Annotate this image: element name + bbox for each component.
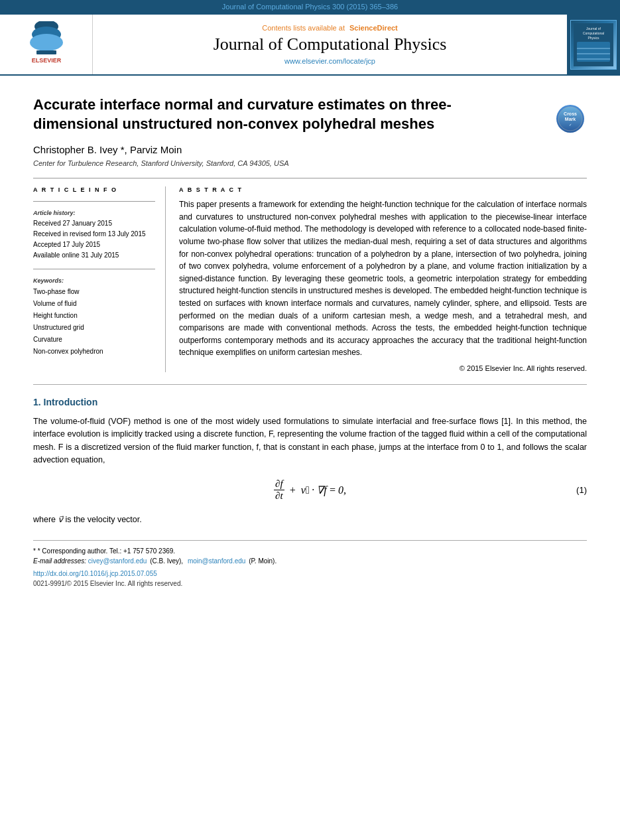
doi-link[interactable]: http://dx.doi.org/10.1016/j.jcp.2015.07.…	[33, 570, 157, 577]
science-direct-link[interactable]: ScienceDirect	[349, 24, 398, 32]
article-title: Accurate interface normal and curvature …	[33, 96, 497, 133]
affiliation-line: Center for Turbulence Research, Stanford…	[33, 159, 587, 167]
fraction-df-dt: ∂f ∂t	[274, 478, 284, 502]
keyword-4: Unstructured grid	[33, 322, 155, 334]
keywords-label: Keywords:	[33, 277, 155, 284]
main-content: Cross Mark ✓ Accurate interface normal a…	[0, 76, 620, 600]
keyword-3: Height function	[33, 310, 155, 322]
keywords-list: Two-phase flow Volume of fluid Height fu…	[33, 286, 155, 358]
elsevier-logo-area: ELSEVIER	[0, 15, 93, 74]
footnote-corresponding: * * Corresponding author. Tel.: +1 757 5…	[33, 546, 587, 556]
email-label-1: (C.B. Ivey),	[150, 557, 183, 565]
journal-main-title: Journal of Computational Physics	[106, 35, 554, 54]
journal-url[interactable]: www.elsevier.com/locate/jcp	[106, 57, 554, 65]
divider-body	[33, 384, 587, 385]
title-area: Cross Mark ✓ Accurate interface normal a…	[33, 96, 587, 133]
abstract-column: A B S T R A C T This paper presents a fr…	[179, 186, 587, 372]
svg-text:Journal of: Journal of	[586, 27, 601, 31]
article-info-abstract: A R T I C L E I N F O Article history: R…	[33, 186, 587, 372]
intro-paragraph-1: The volume-of-fluid (VOF) method is one …	[33, 415, 587, 467]
keyword-6: Non-convex polyhedron	[33, 346, 155, 358]
divider-keywords	[33, 269, 155, 269]
journal-header: ELSEVIER Contents lists available at Sci…	[0, 13, 620, 76]
journal-title-area: Contents lists available at ScienceDirec…	[93, 15, 567, 74]
keyword-1: Two-phase flow	[33, 286, 155, 298]
journal-top-bar: Journal of Computational Physics 300 (20…	[0, 0, 620, 13]
email-link-1[interactable]: civey@stanford.edu	[88, 557, 147, 565]
equation-1-number: (1)	[576, 485, 587, 495]
svg-text:✓: ✓	[569, 123, 572, 127]
svg-text:Computational: Computational	[583, 31, 604, 35]
svg-text:Mark: Mark	[565, 117, 576, 121]
article-info-column: A R T I C L E I N F O Article history: R…	[33, 186, 166, 372]
equation-1-block: ∂f ∂t + v⃗ · ∇f = 0, (1)	[33, 478, 587, 502]
svg-text:Cross: Cross	[564, 111, 577, 116]
available-date: Available online 31 July 2015	[33, 250, 155, 261]
svg-text:Physics: Physics	[588, 36, 599, 40]
article-info-heading: A R T I C L E I N F O	[33, 186, 155, 193]
accepted-date: Accepted 17 July 2015	[33, 240, 155, 250]
footer-section: * * Corresponding author. Tel.: +1 757 5…	[33, 540, 587, 587]
keyword-2: Volume of fluid	[33, 298, 155, 310]
abstract-heading: A B S T R A C T	[179, 186, 587, 193]
divider-info	[33, 201, 155, 202]
keywords-section: Keywords: Two-phase flow Volume of fluid…	[33, 277, 155, 358]
equation-1-content: ∂f ∂t + v⃗ · ∇f = 0,	[274, 478, 346, 502]
svg-point-3	[30, 34, 63, 51]
abstract-text: This paper presents a framework for exte…	[179, 198, 587, 359]
received-date: Received 27 January 2015	[33, 218, 155, 229]
intro-paragraph-2: where v⃗ is the velocity vector.	[33, 514, 587, 526]
crossmark-area[interactable]: Cross Mark ✓	[554, 102, 587, 135]
section-1-title: 1. Introduction	[33, 397, 587, 407]
copyright-line: © 2015 Elsevier Inc. All rights reserved…	[179, 364, 587, 372]
journal-thumbnail: Journal of Computational Physics	[570, 20, 617, 70]
svg-text:ELSEVIER: ELSEVIER	[31, 57, 61, 64]
footer-copyright: 0021-9991/© 2015 Elsevier Inc. All right…	[33, 580, 587, 587]
received-revised-date: Received in revised form 13 July 2015	[33, 229, 155, 240]
article-history: Article history: Received 27 January 201…	[33, 210, 155, 261]
email-label-2: (P. Moin).	[249, 557, 277, 565]
author-names: Christopher B. Ivey *, Parviz Moin	[33, 144, 182, 155]
history-label: Article history:	[33, 210, 155, 216]
footnote-emails: E-mail addresses: civey@stanford.edu (C.…	[33, 556, 587, 566]
authors-line: Christopher B. Ivey *, Parviz Moin	[33, 144, 587, 155]
science-direct-line: Contents lists available at ScienceDirec…	[106, 24, 554, 32]
svg-rect-4	[36, 50, 56, 54]
journal-citation: Journal of Computational Physics 300 (20…	[222, 3, 398, 11]
journal-thumbnail-area: Journal of Computational Physics	[567, 15, 620, 74]
divider-1	[33, 178, 587, 178]
elsevier-logo-svg: ELSEVIER	[10, 21, 83, 68]
crossmark-icon: Cross Mark ✓	[556, 105, 584, 133]
keyword-5: Curvature	[33, 334, 155, 346]
email-link-2[interactable]: moin@stanford.edu	[188, 557, 245, 565]
